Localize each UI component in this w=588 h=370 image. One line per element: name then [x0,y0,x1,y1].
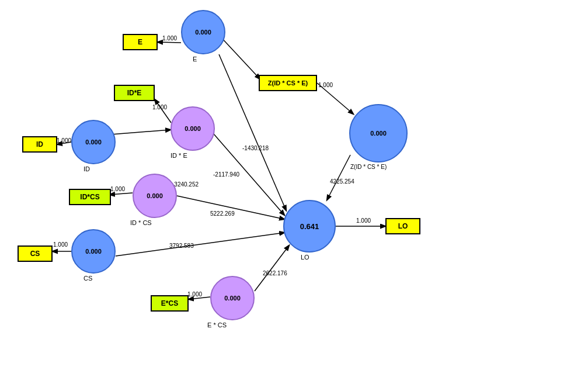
label-e-to-lo: -1430.218 [242,145,269,151]
label-ecs-to-lo: 2622.176 [263,270,287,276]
label-zidcse-to-lo: 4225.254 [330,178,354,185]
label-cs-to-csrect: 1.000 [53,241,68,248]
node-e-rect: E [123,34,158,50]
label-e-to-erect: 1.000 [162,35,177,42]
label-zidcse-to-rect: 1.000 [318,82,333,88]
node-zidcse-rect: Z(ID * CS * E) [259,75,317,91]
label-lo-circle: LO [301,254,309,261]
node-id-rect: ID [22,136,57,153]
label-id-circle: ID [83,165,90,172]
label-ecs-to-ecsrect: 1.000 [187,291,202,298]
node-ide-rect: ID*E [114,85,155,101]
label-lo-to-lorect: 1.000 [356,217,371,224]
label-idcs-to-idcsrect: 1.000 [110,186,125,192]
svg-line-12 [116,233,284,256]
label-idcs-to-lo: -3240.252 [172,181,199,188]
node-e-circle: 0.000 [181,10,225,54]
svg-line-4 [111,130,171,134]
svg-line-5 [110,193,133,195]
label-ide-to-lo: -2117.940 [213,171,239,178]
node-ecs-rect: E*CS [151,295,189,312]
label-id-to-idrect: 1.000 [57,137,71,144]
node-ecs-circle: 0.000 [210,276,255,320]
label-cs-circle: CS [83,275,92,282]
node-cs-circle: 0.000 [71,229,116,274]
node-zidcse-circle: 0.000 [349,104,408,162]
node-cs-rect: CS [18,245,53,262]
svg-line-0 [158,42,181,43]
label-e-circle: E [193,56,197,63]
node-ide-circle: 0.000 [171,106,215,151]
node-idcs-circle: 0.000 [133,174,177,218]
label-idcs-circle: ID * CS [130,219,152,226]
svg-lines [0,0,588,370]
svg-line-15 [327,155,350,200]
node-lo-circle: 0.641 [283,200,336,253]
node-idcs-rect: ID*CS [69,189,111,205]
label-ide-circle: ID * E [171,152,187,159]
diagram: 1.000 1.000 1.000 1.000 1.000 1.000 1.00… [0,0,588,370]
svg-line-14 [219,35,260,79]
svg-line-13 [255,245,289,291]
label-ide-to-iderect: 1.000 [152,104,167,110]
node-lo-rect: LO [385,218,420,234]
label-idcs2-to-lo: 5222.269 [210,210,235,217]
node-id-circle: 0.000 [71,120,116,164]
label-ecs-circle: E * CS [207,321,227,328]
label-zidcse-circle: Z(ID * CS * E) [350,164,387,170]
svg-line-2 [155,99,171,123]
label-cs-to-lo: 3792.583 [169,243,194,249]
